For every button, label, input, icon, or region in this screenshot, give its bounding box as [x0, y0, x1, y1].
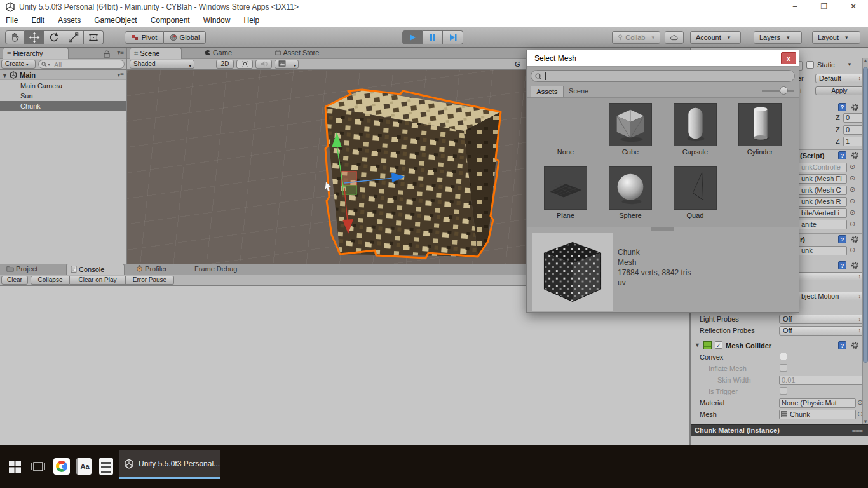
rotate-tool-button[interactable] [44, 30, 64, 44]
hierarchy-item-chunk[interactable]: Chunk [0, 101, 126, 111]
clear-on-play-button[interactable]: Clear on Play [70, 276, 126, 285]
object-picker-icon[interactable]: ⊙ [850, 246, 855, 254]
scroll-down-arrow-icon[interactable]: ▼ [863, 419, 868, 424]
help-icon[interactable]: ? [838, 261, 846, 269]
menu-file[interactable]: File [0, 14, 24, 27]
step-button[interactable] [443, 30, 463, 44]
effects-dropdown[interactable]: ▾ [275, 60, 299, 69]
rotation-z-field[interactable]: 0 [843, 125, 864, 135]
tab-hierarchy[interactable]: ≡ Hierarchy [3, 48, 69, 59]
help-icon[interactable]: ? [838, 341, 846, 349]
dialog-tab-scene[interactable]: Scene [569, 87, 588, 95]
create-button[interactable]: Create ▾ [1, 60, 36, 69]
tab-profiler[interactable]: Profiler [132, 264, 172, 275]
object-picker-icon[interactable]: ⊙ [850, 163, 855, 171]
clear-button[interactable]: Clear [1, 276, 28, 285]
static-dropdown-arrow-icon[interactable]: ▼ [847, 62, 852, 67]
calculator-taskbar-icon[interactable] [99, 458, 113, 475]
menu-edit[interactable]: Edit [25, 14, 50, 27]
menu-assets[interactable]: Assets [52, 14, 86, 27]
help-icon[interactable]: ? [838, 151, 846, 159]
tab-console[interactable]: Console [66, 264, 125, 275]
play-button[interactable] [402, 30, 423, 44]
tab-frame-debug[interactable]: Frame Debug [191, 264, 242, 275]
mesh-item-capsule[interactable] [674, 103, 717, 146]
object-picker-icon[interactable]: ⊙ [850, 174, 855, 182]
menu-window[interactable]: Window [198, 14, 236, 27]
apply-button[interactable]: Apply [815, 86, 864, 95]
shading-mode-dropdown[interactable]: Shaded ▾ [130, 60, 194, 69]
layout-dropdown[interactable]: Layout ▾ [812, 31, 860, 44]
object-picker-icon[interactable]: ⊙ [850, 220, 855, 228]
lighting-toggle-button[interactable] [236, 60, 253, 69]
start-button-icon[interactable] [9, 461, 21, 473]
light-probes-dropdown[interactable]: Off [779, 315, 864, 324]
search-filter-arrow-icon[interactable]: ▾ [48, 62, 50, 67]
hierarchy-item-main-camera[interactable]: Main Camera [0, 81, 126, 91]
minimize-button[interactable]: – [780, 0, 810, 14]
2d-toggle-button[interactable]: 2D [216, 60, 234, 69]
pane-menu-icon[interactable]: ▾≡ [117, 49, 124, 56]
collapse-button[interactable]: Collapse [31, 276, 70, 285]
rect-tool-button[interactable] [84, 30, 104, 44]
hierarchy-search-input[interactable]: ▾ All [38, 60, 125, 69]
chrome-taskbar-icon[interactable] [53, 458, 70, 475]
cloud-services-button[interactable] [665, 31, 684, 44]
menu-help[interactable]: Help [238, 14, 266, 27]
mesh-item-quad[interactable] [674, 166, 717, 210]
position-z-field[interactable]: 0 [843, 113, 864, 123]
maximize-button[interactable]: ❐ [810, 0, 839, 14]
mesh-item-plane[interactable] [544, 166, 587, 210]
task-view-icon[interactable] [31, 461, 46, 472]
foldout-arrow-icon[interactable]: ▼ [695, 342, 700, 348]
tab-scene[interactable]: ⌗ Scene [130, 48, 182, 59]
object-picker-icon[interactable]: ⊙ [850, 208, 855, 217]
close-button[interactable]: ✕ [839, 0, 868, 14]
pause-button[interactable] [423, 30, 443, 44]
skin-width-field[interactable]: 0.01 [779, 376, 864, 385]
help-icon[interactable]: ? [838, 103, 846, 111]
dictionary-taskbar-icon[interactable]: Aa [76, 458, 92, 475]
layer-dropdown[interactable]: Default [815, 74, 864, 83]
mesh-collider-enabled-checkbox[interactable]: ✓ [715, 341, 722, 349]
tab-project[interactable]: Project [3, 264, 43, 275]
thumbnail-size-slider-track[interactable] [762, 90, 794, 92]
physic-material-field[interactable]: None (Physic Mat [779, 398, 856, 408]
gear-icon[interactable] [851, 261, 859, 269]
global-toggle-button[interactable]: Global [164, 31, 206, 44]
gizmos-button-clipped[interactable]: G [515, 60, 520, 68]
foldout-arrow-icon[interactable]: ▼ [2, 71, 8, 81]
inflate-mesh-checkbox[interactable] [780, 364, 787, 372]
dialog-tab-assets[interactable]: Assets [531, 86, 564, 97]
thumbnail-size-slider-thumb[interactable] [780, 86, 788, 95]
gear-icon[interactable] [851, 341, 859, 349]
collider-mesh-field[interactable]: Chunk [779, 410, 856, 419]
gear-icon[interactable] [851, 151, 859, 159]
scale-z-field[interactable]: 1 [843, 137, 864, 146]
mesh-item-none[interactable]: None [534, 148, 597, 156]
menu-gameobject[interactable]: GameObject [88, 14, 142, 27]
pivot-toggle-button[interactable]: Pivot [125, 31, 164, 44]
reflection-probes-dropdown[interactable]: Off [779, 326, 864, 336]
scale-tool-button[interactable] [64, 30, 84, 44]
move-tool-button[interactable] [25, 30, 44, 44]
pane-menu-icon[interactable]: ▾≡ [117, 70, 124, 80]
inspector-scrollbar-thumb[interactable] [863, 67, 868, 363]
static-checkbox[interactable] [806, 61, 814, 69]
unity-taskbar-button[interactable]: Unity 5.5.0f3 Personal... [119, 450, 220, 479]
convex-checkbox[interactable] [780, 353, 787, 360]
account-dropdown[interactable]: Account ▾ [690, 31, 741, 44]
hand-tool-button[interactable] [5, 30, 25, 44]
scene-header-row[interactable]: ▼ Main ▾≡ [0, 70, 126, 80]
mesh-item-cylinder[interactable] [738, 103, 782, 146]
layers-dropdown[interactable]: Layers ▾ [754, 31, 802, 44]
dialog-close-button[interactable]: x [781, 52, 796, 64]
hierarchy-item-sun[interactable]: Sun [0, 91, 126, 101]
help-icon[interactable]: ? [838, 235, 846, 243]
dialog-title-bar[interactable]: Select Mesh x [527, 50, 799, 67]
gear-icon[interactable] [851, 235, 859, 243]
scroll-up-arrow-icon[interactable]: ▲ [863, 58, 868, 64]
error-pause-button[interactable]: Error Pause [126, 276, 174, 285]
tab-game[interactable]: Game [201, 48, 237, 59]
audio-toggle-button[interactable] [255, 60, 272, 69]
